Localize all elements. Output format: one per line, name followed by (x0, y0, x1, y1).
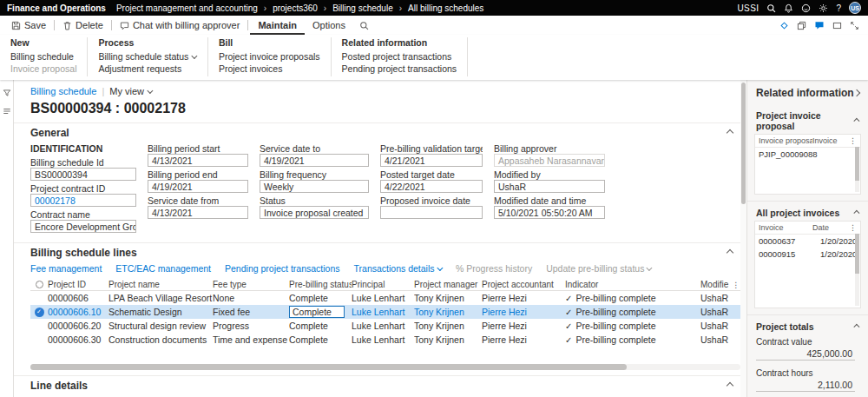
service-date-to-input[interactable]: 4/19/2021 (260, 154, 369, 167)
project-id-link[interactable]: 00000606.10 (48, 307, 108, 317)
project-invoices-button[interactable]: Project invoices (219, 63, 320, 75)
column-header-project-id[interactable]: Project ID (48, 280, 108, 289)
project-id-cell[interactable]: 00000606.30 (48, 334, 108, 345)
column-options-icon[interactable]: ⋮ (732, 281, 740, 289)
project-invoice-proposals-button[interactable]: Project invoice proposals (219, 50, 320, 63)
breadcrumb-page[interactable]: Billing schedule (332, 3, 393, 13)
contract-name-input[interactable]: Encore Development Group (30, 220, 136, 233)
scrollbar-thumb[interactable] (741, 83, 746, 204)
collapse-chevron-icon[interactable] (854, 324, 859, 329)
column-options-icon[interactable]: ⋮ (849, 223, 857, 232)
row-selected-check-icon[interactable]: ✓ (35, 308, 44, 317)
billing-schedule-lines-section-header[interactable]: Billing schedule lines (14, 242, 746, 262)
view-selector[interactable]: My view (109, 86, 152, 96)
tab-options[interactable]: Options (305, 16, 353, 35)
service-date-from-input[interactable]: 4/13/2021 (148, 206, 248, 219)
page-list-link[interactable]: Billing schedule (30, 86, 96, 96)
column-header-modified[interactable]: Modifie⋮ (700, 280, 740, 289)
all-project-invoices-section-header[interactable]: All project invoices (747, 201, 868, 221)
table-row-selected[interactable]: ✓ 00000606.10 Schematic Design Fixed fee… (30, 305, 740, 319)
line-details-section-header[interactable]: Line details (14, 375, 746, 395)
pre-billing-status-cell[interactable]: Complete (289, 334, 352, 345)
user-avatar[interactable]: US (849, 2, 861, 14)
project-totals-section-header[interactable]: Project totals (747, 314, 868, 334)
billing-period-end-input[interactable]: 4/19/2021 (148, 180, 248, 193)
status-input[interactable]: Invoice proposal created (260, 206, 369, 219)
billing-schedule-button[interactable]: Billing schedule (10, 50, 76, 63)
scrollbar-thumb[interactable] (855, 147, 859, 181)
collapse-chevron-icon[interactable] (854, 118, 859, 123)
copilot-icon[interactable] (779, 21, 789, 30)
expand-icon[interactable] (850, 21, 859, 30)
table-row[interactable]: 00000606 LPA Beach Village Resort None C… (30, 291, 740, 305)
invoice-column-header[interactable]: Invoice (759, 223, 812, 232)
app-title[interactable]: Finance and Operations (7, 3, 106, 13)
table-row[interactable]: 00000606.30 Construction documents Time … (30, 333, 740, 347)
save-button[interactable]: Save (5, 16, 52, 35)
collapse-chevron-icon[interactable] (727, 129, 733, 136)
related-information-header[interactable]: Related information (747, 80, 868, 104)
invoice-number[interactable]: 00000637 (759, 236, 820, 246)
actionbar-search-button[interactable] (353, 16, 375, 35)
column-header-indicator[interactable]: Indicator (565, 280, 700, 289)
invoice-number[interactable]: 00000915 (759, 249, 820, 259)
pre-billing-status-cell[interactable]: Complete (289, 293, 352, 303)
invoice-row[interactable]: 00000637 1/20/2020 (755, 235, 860, 248)
billing-frequency-input[interactable]: Weekly (260, 180, 369, 193)
project-id-cell[interactable]: 00000606 (48, 293, 108, 303)
posted-project-transactions-button[interactable]: Posted project transactions (342, 50, 457, 63)
settings-gear-icon[interactable] (819, 3, 828, 13)
date-column-header[interactable]: Date (812, 223, 849, 232)
general-section-header[interactable]: General (14, 122, 746, 142)
feedback-smiley-icon[interactable] (801, 3, 811, 13)
column-header-principal[interactable]: Principal (352, 280, 414, 289)
open-in-new-window-icon[interactable] (797, 21, 806, 30)
horizontal-scrollbar[interactable] (30, 364, 740, 370)
bell-icon[interactable] (784, 3, 793, 13)
table-scrollbar[interactable] (855, 234, 859, 306)
column-header-project-name[interactable]: Project name (108, 280, 213, 289)
billing-schedule-status-menu[interactable]: Billing schedule status (98, 50, 196, 63)
modified-by-input[interactable]: UshaR (494, 180, 605, 193)
contract-hours-input[interactable]: 2,110.00 (756, 379, 855, 392)
principal-link[interactable]: Luke Lenhart (352, 307, 414, 317)
show-conversations-icon[interactable] (814, 20, 825, 30)
breadcrumb-module[interactable]: Project management and accounting (116, 3, 258, 13)
billing-period-start-input[interactable]: 4/13/2021 (148, 154, 248, 167)
collapse-chevron-icon[interactable] (854, 210, 859, 215)
modified-date-time-input[interactable]: 5/10/2021 05:50:20 AM (494, 206, 605, 219)
column-header-pre-billing-status[interactable]: Pre-billing status (289, 280, 352, 289)
collapse-chevron-icon[interactable] (727, 382, 733, 389)
project-invoice-proposal-section-header[interactable]: Project invoice proposal (747, 104, 868, 134)
help-icon[interactable]: ? (836, 3, 841, 13)
column-header-fee-type[interactable]: Fee type (213, 280, 289, 289)
collapse-chevron-icon[interactable] (727, 249, 733, 256)
project-accountant-link[interactable]: Pierre Hezi (482, 307, 565, 317)
invoice-column-header[interactable]: Invoice (812, 136, 849, 145)
table-scrollbar[interactable] (855, 147, 859, 192)
breadcrumb-area[interactable]: projects360 (273, 3, 318, 13)
chat-with-billing-approver-button[interactable]: Chat with billing approver (114, 16, 247, 35)
column-options-icon[interactable]: ⋮ (849, 136, 857, 145)
task-recorder-icon[interactable] (832, 21, 842, 30)
table-row[interactable]: 00000606.20 Structural design review Pro… (30, 319, 740, 333)
task-list-icon[interactable] (3, 107, 11, 116)
contract-value-input[interactable]: 425,000.00 (756, 347, 855, 361)
posted-target-date-input[interactable]: 4/22/2021 (380, 180, 483, 193)
scrollbar-thumb[interactable] (30, 364, 627, 370)
invoice-proposal-id[interactable]: PJIP_00009088 (759, 149, 857, 159)
pre-billing-status-editor[interactable]: Complete (289, 306, 345, 318)
etc-eac-management-link[interactable]: ETC/EAC management (115, 263, 211, 274)
pending-project-transactions-link[interactable]: Pending project transactions (225, 263, 340, 274)
select-all-radio[interactable] (36, 281, 43, 288)
pending-project-transactions-button[interactable]: Pending project transactions (342, 63, 457, 75)
transactions-details-menu[interactable]: Transactions details (354, 263, 443, 274)
pre-billing-status-cell[interactable]: Complete (289, 321, 352, 331)
filter-icon[interactable] (3, 89, 11, 97)
column-header-project-manager[interactable]: Project manager (414, 280, 482, 289)
billing-schedule-id-input[interactable]: BS00000394 (30, 168, 136, 181)
tab-maintain[interactable]: Maintain (250, 16, 305, 35)
vertical-scrollbar[interactable] (740, 80, 746, 397)
adjustment-requests-button[interactable]: Adjustment requests (98, 63, 196, 75)
pre-billing-validation-target-date-input[interactable]: 4/21/2021 (380, 154, 483, 167)
